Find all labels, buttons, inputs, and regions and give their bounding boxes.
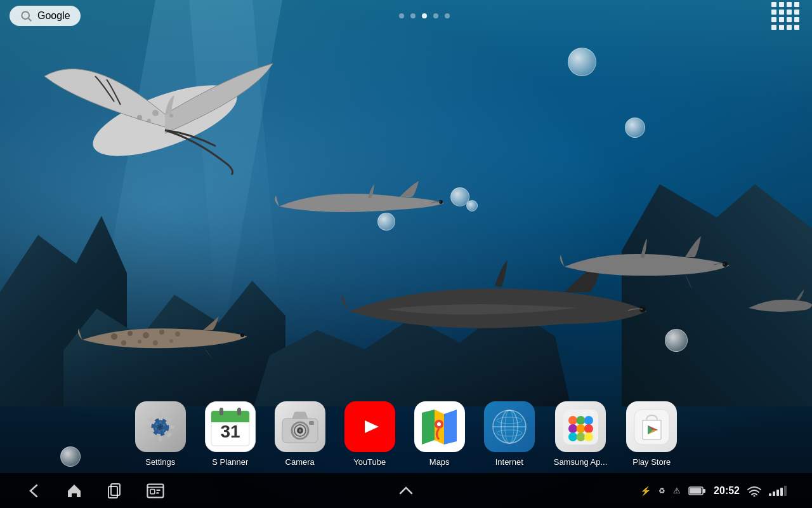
svg-rect-75	[156, 489, 160, 490]
maps-label: Maps	[429, 457, 450, 467]
svg-point-13	[175, 331, 180, 337]
svg-marker-38	[292, 412, 308, 418]
google-search-bar[interactable]: Google	[10, 6, 81, 26]
shark-middle	[273, 171, 450, 235]
internet-label: Internet	[495, 457, 523, 467]
svg-point-57	[576, 416, 585, 425]
clock: 20:52	[714, 485, 740, 497]
bubble-2	[625, 117, 645, 138]
back-button[interactable]	[25, 482, 43, 500]
app-maps[interactable]: Maps	[414, 401, 465, 467]
svg-rect-74	[150, 489, 155, 493]
nav-left-buttons	[25, 481, 166, 501]
app-internet[interactable]: Internet	[484, 401, 535, 467]
youtube-label: YouTube	[353, 457, 386, 467]
page-dot-4[interactable]	[433, 13, 438, 18]
samsung-label: Samsung Ap...	[554, 457, 608, 467]
page-dot-1[interactable]	[399, 13, 404, 18]
svg-point-14	[121, 340, 126, 345]
svg-point-3	[152, 110, 159, 116]
warning-icon: ⚠	[673, 486, 681, 495]
svg-point-61	[584, 424, 593, 433]
camera-icon	[281, 410, 319, 444]
search-icon	[20, 10, 32, 22]
bubble-1	[568, 48, 596, 76]
svg-rect-35	[219, 408, 223, 415]
svg-rect-23	[159, 436, 162, 441]
maps-icon-wrap	[414, 401, 465, 452]
top-bar: Google	[0, 0, 812, 32]
svg-point-2	[147, 119, 151, 123]
bubble-6	[665, 329, 688, 352]
play-store-label: Play Store	[632, 457, 671, 467]
youtube-icon-wrap	[344, 401, 395, 452]
leopard-shark	[76, 311, 254, 362]
internet-globe-icon	[490, 408, 528, 446]
svg-point-8	[240, 333, 244, 337]
svg-rect-22	[159, 413, 162, 418]
svg-rect-28	[148, 432, 154, 438]
page-dot-2[interactable]	[410, 13, 416, 18]
recents-icon	[105, 482, 123, 500]
playstore-icon-wrap	[626, 401, 677, 452]
svg-rect-24	[146, 425, 151, 429]
play-store-icon	[631, 406, 672, 448]
svg-rect-25	[169, 425, 174, 429]
svg-point-9	[111, 333, 117, 340]
svg-point-59	[568, 424, 577, 433]
status-bar: ⚡ ♻ ⚠ 20:52	[640, 485, 787, 497]
svg-point-63	[576, 432, 585, 441]
app-samsung[interactable]: Samsung Ap...	[554, 401, 608, 467]
signal-icon	[769, 486, 787, 496]
shark-top-right	[558, 229, 736, 298]
svg-point-12	[159, 330, 164, 335]
svg-point-16	[153, 340, 158, 345]
app-youtube[interactable]: YouTube	[344, 401, 395, 467]
all-apps-button[interactable]	[768, 0, 802, 33]
svg-rect-27	[166, 416, 172, 422]
svg-rect-76	[156, 492, 159, 493]
splanner-calendar-icon: 31	[208, 404, 252, 449]
up-button[interactable]	[397, 482, 415, 500]
svg-rect-43	[309, 421, 314, 425]
camera-label: Camera	[285, 457, 315, 467]
svg-rect-26	[148, 416, 154, 422]
battery-icon	[688, 486, 706, 496]
svg-point-62	[568, 432, 577, 441]
app-dock: Settings 31 S Planner	[0, 395, 812, 473]
bubble-4	[466, 200, 478, 211]
svg-point-15	[138, 340, 141, 344]
nav-bar: ⚡ ♻ ⚠ 20:52	[0, 473, 812, 508]
recents-button[interactable]	[105, 482, 123, 500]
usb-icon: ⚡	[640, 486, 651, 496]
splanner-label: S Planner	[212, 457, 248, 467]
home-icon	[65, 482, 83, 500]
svg-point-58	[584, 416, 593, 425]
maps-icon	[419, 406, 460, 448]
svg-text:31: 31	[220, 422, 240, 441]
svg-rect-79	[690, 488, 702, 493]
nav-center	[397, 482, 415, 500]
home-button[interactable]	[65, 482, 83, 500]
samsung-icon-wrap	[555, 401, 606, 452]
page-dot-3[interactable]	[422, 13, 427, 18]
screenshot-icon	[145, 481, 166, 501]
internet-icon-wrap	[484, 401, 535, 452]
svg-point-64	[584, 432, 593, 441]
splanner-icon-wrap: 31	[205, 401, 256, 452]
app-settings[interactable]: Settings	[135, 401, 186, 467]
app-play-store[interactable]: Play Store	[626, 401, 677, 467]
app-splanner[interactable]: 31 S Planner	[205, 401, 256, 467]
samsung-apps-icon	[560, 406, 601, 448]
svg-point-80	[754, 495, 756, 497]
wifi-icon	[747, 485, 761, 497]
svg-rect-70	[108, 486, 117, 498]
screenshot-button[interactable]	[145, 481, 166, 501]
svg-point-10	[128, 331, 133, 336]
page-dot-5[interactable]	[445, 13, 450, 18]
youtube-play-icon	[351, 411, 389, 443]
settings-icon-wrap	[135, 401, 186, 452]
back-icon	[25, 482, 43, 500]
app-camera[interactable]: Camera	[275, 401, 325, 467]
svg-point-18	[22, 11, 29, 19]
